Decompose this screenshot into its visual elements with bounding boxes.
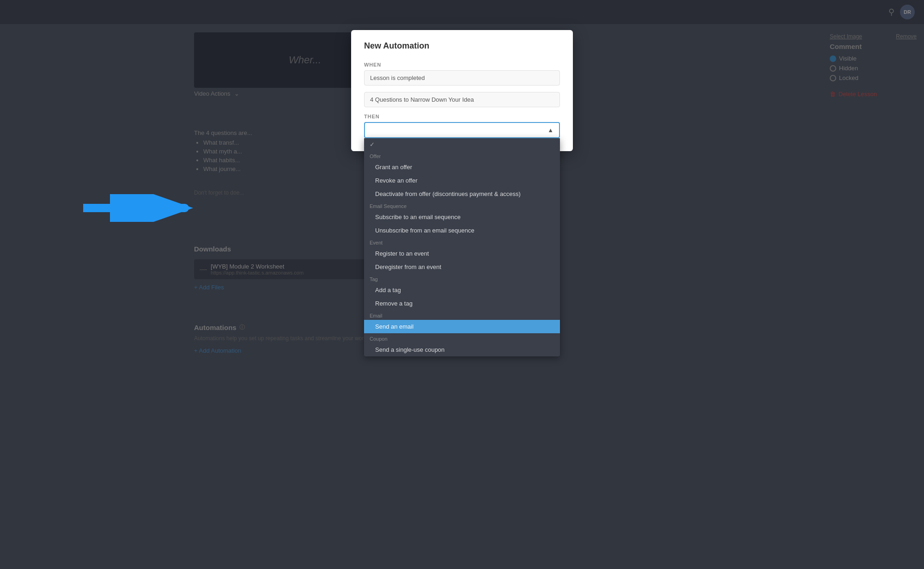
group-label-event: Event — [364, 237, 560, 247]
group-label-coupon: Coupon — [364, 333, 560, 343]
dropdown-item-subscribe-sequence[interactable]: Subscribe to an email sequence — [364, 210, 560, 224]
dropdown-item-unsubscribe-sequence[interactable]: Unsubscribe from an email sequence — [364, 224, 560, 237]
dropdown-item-send-coupon[interactable]: Send a single-use coupon — [364, 343, 560, 356]
when-field-2: 4 Questions to Narrow Down Your Idea — [364, 92, 560, 107]
dropdown-item-deactivate-offer[interactable]: Deactivate from offer (discontinues paym… — [364, 187, 560, 201]
dropdown-item-register-event[interactable]: Register to an event — [364, 247, 560, 260]
blue-arrow — [83, 194, 194, 222]
chevron-up-icon: ▲ — [547, 127, 553, 134]
when-field-1: Lesson is completed — [364, 70, 560, 86]
dropdown-item-add-tag[interactable]: Add a tag — [364, 283, 560, 297]
group-label-email: Email — [364, 310, 560, 320]
dropdown-checkmark: ✓ — [364, 138, 560, 151]
dropdown-item-remove-tag[interactable]: Remove a tag — [364, 297, 560, 310]
when-label: WHEN — [364, 62, 560, 67]
dropdown-item-revoke-offer[interactable]: Revoke an offer — [364, 174, 560, 187]
dropdown-item-send-email[interactable]: Send an email — [364, 320, 560, 333]
group-label-tag: Tag — [364, 274, 560, 283]
then-dropdown-trigger[interactable]: ▲ — [364, 122, 560, 138]
dropdown-item-deregister-event[interactable]: Deregister from an event — [364, 260, 560, 274]
dropdown-item-grant-offer[interactable]: Grant an offer — [364, 160, 560, 174]
modal: New Automation WHEN Lesson is completed … — [351, 30, 573, 151]
dropdown-menu: ✓ Offer Grant an offer Revoke an offer D… — [364, 138, 560, 356]
then-dropdown-container: ▲ ✓ Offer Grant an offer Revoke an offer… — [364, 122, 560, 138]
modal-title: New Automation — [364, 41, 560, 51]
group-label-offer: Offer — [364, 151, 560, 160]
group-label-email-sequence: Email Sequence — [364, 201, 560, 210]
then-label: THEN — [364, 114, 560, 119]
